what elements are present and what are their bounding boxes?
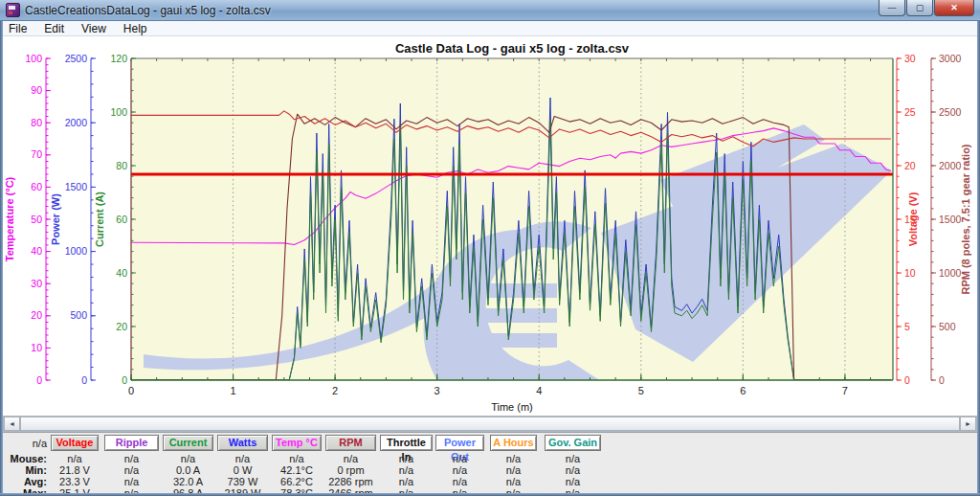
cell: 66.2°C: [272, 476, 322, 487]
svg-text:0: 0: [128, 385, 134, 396]
svg-text:25: 25: [904, 106, 916, 118]
svg-text:7: 7: [842, 385, 848, 396]
axis-power: Power (W): [50, 58, 96, 380]
svg-text:15: 15: [904, 214, 916, 225]
svg-text:2: 2: [332, 385, 338, 396]
svg-text:60: 60: [116, 214, 127, 225]
table-row: Min:21.8 Vn/a0.0 A0 W42.1°C0 rpmn/an/an/…: [3, 464, 977, 476]
chart-title: Castle Data Log - gaui x5 log - zolta.cs…: [395, 41, 630, 56]
channel-button-row: n/a VoltageRippleCurrentWattsTemp °CRPMT…: [3, 435, 977, 451]
cell: n/a: [380, 464, 433, 476]
svg-text:90: 90: [31, 84, 42, 96]
cell: 739 W: [217, 476, 268, 487]
channel-button-gov-gain[interactable]: Gov. Gain: [545, 435, 601, 451]
title-bar[interactable]: CastleCreationsDataLog - gaui x5 log - z…: [0, 0, 980, 21]
cell: 32.0 A: [163, 476, 213, 487]
channel-button-power-out[interactable]: Power Out: [435, 435, 484, 451]
svg-text:1000: 1000: [65, 245, 88, 257]
close-button[interactable]: ✕: [934, 0, 974, 16]
cell: n/a: [104, 476, 159, 487]
data-table: n/a VoltageRippleCurrentWattsTemp °CRPMT…: [3, 432, 977, 494]
app-window: CastleCreationsDataLog - gaui x5 log - z…: [0, 0, 980, 496]
svg-text:20: 20: [31, 309, 42, 321]
svg-text:3: 3: [434, 385, 440, 396]
axis-temp: Temperature (°C): [4, 58, 51, 380]
svg-text:2000: 2000: [939, 160, 962, 171]
cell: 2286 rpm: [325, 476, 376, 487]
svg-text:0: 0: [939, 374, 945, 386]
minimize-button[interactable]: —: [879, 0, 905, 16]
cell: n/a: [163, 453, 213, 464]
svg-text:Temperature (°C): Temperature (°C): [4, 176, 15, 261]
channel-button-ripple[interactable]: Ripple: [104, 435, 159, 451]
svg-text:30: 30: [904, 53, 916, 64]
svg-text:70: 70: [31, 148, 42, 160]
cell: n/a: [490, 464, 537, 476]
svg-text:20: 20: [116, 321, 127, 332]
svg-text:120: 120: [110, 53, 127, 64]
cell: 0 W: [217, 464, 268, 476]
svg-text:Power (W): Power (W): [50, 193, 61, 245]
menu-edit[interactable]: Edit: [35, 22, 73, 35]
x-axis-title: Time (m): [491, 401, 533, 413]
menu-view[interactable]: View: [73, 22, 115, 35]
svg-text:20: 20: [904, 160, 916, 171]
svg-text:80: 80: [116, 160, 127, 171]
scroll-right-arrow[interactable]: ►: [960, 417, 976, 431]
channel-button-voltage[interactable]: Voltage: [51, 435, 99, 451]
maximize-button[interactable]: ▢: [906, 0, 933, 16]
horizontal-scrollbar[interactable]: ◄ ►: [3, 416, 977, 432]
cell: 42.1°C: [272, 464, 322, 476]
svg-text:100: 100: [110, 106, 127, 118]
scroll-left-arrow[interactable]: ◄: [4, 417, 20, 431]
svg-text:5: 5: [904, 321, 910, 332]
svg-text:RPM (8 poles, 7.5:1 gear ratio: RPM (8 poles, 7.5:1 gear ratio): [960, 144, 971, 294]
cell: n/a: [272, 453, 322, 464]
menu-file[interactable]: File: [0, 22, 35, 35]
chart-region[interactable]: Castle Data Log - gaui x5 log - zolta.cs…: [0, 36, 980, 416]
svg-text:10: 10: [31, 342, 42, 353]
window-border-left: [0, 21, 3, 496]
svg-text:3000: 3000: [939, 53, 962, 64]
channel-button-rpm[interactable]: RPM: [325, 435, 376, 451]
svg-text:0: 0: [122, 374, 127, 386]
svg-text:80: 80: [31, 117, 42, 128]
row-label: Avg:: [3, 476, 47, 487]
window-title: CastleCreationsDataLog - gaui x5 log - z…: [25, 4, 271, 17]
cell: n/a: [490, 453, 537, 464]
cell: n/a: [325, 453, 376, 464]
cell: n/a: [51, 453, 99, 464]
svg-text:2500: 2500: [65, 53, 88, 64]
svg-text:0: 0: [904, 374, 910, 386]
svg-text:2000: 2000: [65, 117, 88, 128]
scroll-thumb[interactable]: [20, 417, 960, 431]
svg-text:40: 40: [31, 245, 42, 257]
cell: n/a: [380, 476, 433, 487]
svg-text:4: 4: [536, 385, 542, 396]
svg-text:5: 5: [638, 385, 644, 396]
app-icon: [6, 3, 20, 17]
cell: 0 rpm: [325, 464, 376, 476]
channel-button-throttle-in[interactable]: Throttle In: [380, 435, 433, 451]
channel-button-watts[interactable]: Watts: [217, 435, 268, 451]
svg-text:10: 10: [904, 267, 916, 279]
svg-text:6: 6: [740, 385, 746, 396]
svg-text:0: 0: [36, 374, 42, 386]
cell: n/a: [217, 453, 268, 464]
menu-help[interactable]: Help: [115, 22, 156, 35]
cell: n/a: [490, 476, 537, 487]
table-row: Avg:23.3 Vn/a32.0 A739 W66.2°C2286 rpmn/…: [3, 476, 977, 487]
svg-text:100: 100: [25, 53, 42, 64]
svg-text:1000: 1000: [939, 267, 962, 279]
svg-text:1500: 1500: [65, 181, 88, 192]
cell: n/a: [545, 453, 601, 464]
channel-button-current[interactable]: Current: [163, 435, 213, 451]
cell: n/a: [435, 464, 484, 476]
svg-text:60: 60: [31, 181, 42, 192]
svg-text:1: 1: [230, 385, 235, 396]
chart-svg[interactable]: Castle Data Log - gaui x5 log - zolta.cs…: [0, 36, 980, 416]
channel-button-a-hours[interactable]: A Hours: [490, 435, 537, 451]
channel-button-temp-c[interactable]: Temp °C: [272, 435, 322, 451]
svg-text:Current (A): Current (A): [94, 192, 105, 247]
svg-text:500: 500: [939, 321, 956, 332]
